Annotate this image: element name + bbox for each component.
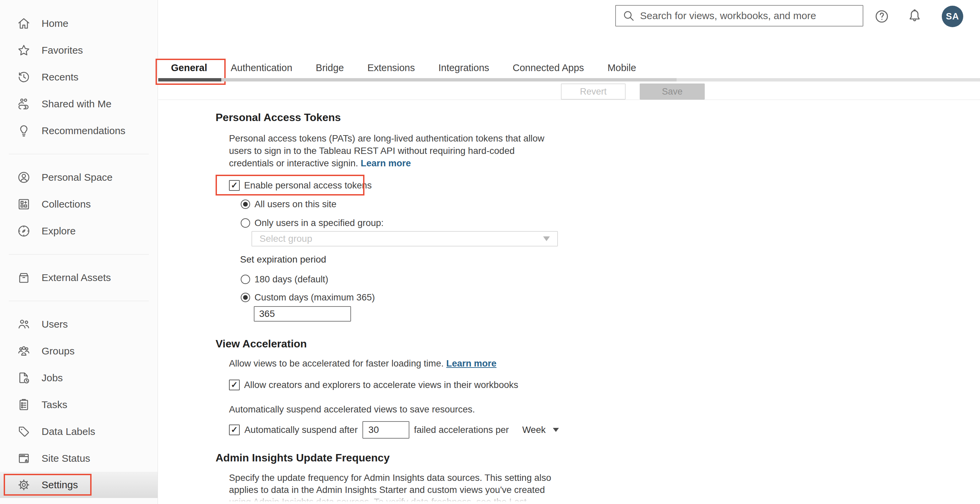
- expiration-period-label: Set expiration period: [240, 254, 752, 265]
- save-button[interactable]: Save: [640, 84, 705, 100]
- sidebar-item-label: Settings: [41, 479, 78, 491]
- active-tab-indicator: [158, 78, 221, 81]
- sidebar-item-explore[interactable]: Explore: [0, 218, 158, 245]
- check-icon: ✓: [231, 381, 238, 389]
- group-select[interactable]: Select group: [251, 231, 558, 246]
- sidebar-item-tasks[interactable]: Tasks: [0, 391, 158, 418]
- enable-pat-checkbox[interactable]: ✓: [229, 180, 240, 191]
- sidebar-item-collections[interactable]: Collections: [0, 191, 158, 218]
- help-button[interactable]: [874, 9, 889, 25]
- sidebar: Home Favorites Recents Shared with Me Re…: [0, 0, 158, 504]
- chevron-down-icon: [543, 237, 550, 241]
- specified-group-label: Only users in a specified group:: [255, 218, 383, 228]
- sidebar-item-personal-space[interactable]: Personal Space: [0, 164, 158, 191]
- gear-icon: [17, 478, 31, 492]
- compass-icon: [17, 224, 31, 238]
- clipboard-icon: [17, 398, 31, 412]
- custom-days-label: Custom days (maximum 365): [255, 292, 375, 303]
- sidebar-item-external-assets[interactable]: External Assets: [0, 264, 158, 291]
- tableau-settings-page: Home Favorites Recents Shared with Me Re…: [0, 0, 980, 504]
- suspend-note: Automatically suspend accelerated views …: [229, 403, 752, 415]
- failed-accelerations-input[interactable]: [363, 421, 409, 439]
- search-icon: [622, 9, 635, 22]
- sidebar-item-label: Tasks: [41, 399, 67, 410]
- lightbulb-icon: [17, 124, 31, 138]
- sidebar-item-label: External Assets: [41, 272, 111, 283]
- view-acceleration-description: Allow views to be accelerated for faster…: [229, 357, 631, 369]
- sidebar-divider: [9, 154, 149, 154]
- sidebar-item-jobs[interactable]: Jobs: [0, 364, 158, 391]
- tab-bridge[interactable]: Bridge: [316, 62, 344, 74]
- auto-suspend-label-before: Automatically suspend after: [244, 425, 358, 435]
- sidebar-item-site-status[interactable]: Site Status: [0, 445, 158, 472]
- period-value: Week: [522, 425, 546, 435]
- search-input[interactable]: [640, 10, 857, 21]
- sidebar-item-shared-with-me[interactable]: Shared with Me: [0, 91, 158, 118]
- expiration-180-row: 180 days (default): [241, 273, 752, 285]
- tab-connected-apps[interactable]: Connected Apps: [512, 62, 584, 74]
- allow-acceleration-row: ✓ Allow creators and explorers to accele…: [229, 378, 752, 392]
- tag-icon: [17, 425, 31, 439]
- revert-button[interactable]: Revert: [561, 84, 625, 100]
- sidebar-item-label: Collections: [41, 199, 91, 210]
- check-icon: ✓: [231, 426, 238, 434]
- custom-days-radio[interactable]: [241, 293, 250, 302]
- help-icon: [874, 9, 889, 24]
- chevron-down-icon: [553, 428, 559, 432]
- specified-group-radio[interactable]: [241, 218, 250, 228]
- sidebar-item-recents[interactable]: Recents: [0, 64, 158, 91]
- enable-pat-label: Enable personal access tokens: [244, 180, 372, 191]
- sidebar-item-recommendations[interactable]: Recommendations: [0, 118, 158, 144]
- sidebar-divider: [9, 254, 149, 254]
- expiration-custom-row: Custom days (maximum 365): [241, 291, 752, 304]
- sidebar-item-label: Jobs: [41, 372, 63, 384]
- auto-suspend-label-after: failed accelerations per: [414, 425, 509, 435]
- days-180-radio[interactable]: [241, 275, 250, 284]
- auto-suspend-checkbox[interactable]: ✓: [229, 425, 240, 435]
- sidebar-item-label: Groups: [41, 345, 75, 357]
- settings-tab-bar: General Authentication Bridge Extensions…: [171, 62, 636, 74]
- tab-extensions[interactable]: Extensions: [368, 62, 415, 74]
- sidebar-item-settings[interactable]: Settings: [0, 472, 158, 498]
- history-icon: [17, 70, 31, 84]
- drawer-icon: [17, 270, 31, 285]
- settings-content: Personal Access Tokens Personal access t…: [216, 111, 752, 504]
- all-users-label: All users on this site: [255, 199, 337, 210]
- shared-icon: [17, 97, 31, 111]
- va-learn-more-link[interactable]: Learn more: [446, 358, 496, 369]
- avatar[interactable]: SA: [942, 6, 963, 27]
- sidebar-item-label: Recents: [41, 72, 78, 83]
- groups-icon: [17, 344, 31, 358]
- all-users-radio[interactable]: [241, 200, 250, 209]
- search-box: [615, 5, 863, 27]
- period-select[interactable]: Week: [522, 425, 559, 435]
- sidebar-item-users[interactable]: Users: [0, 311, 158, 338]
- users-icon: [17, 317, 31, 331]
- home-icon: [17, 16, 31, 30]
- header-divider: [158, 100, 980, 100]
- view-acceleration-title: View Acceleration: [216, 337, 752, 350]
- tab-general[interactable]: General: [171, 62, 207, 74]
- custom-days-input[interactable]: [254, 306, 351, 321]
- document-clock-icon: [17, 371, 31, 385]
- enable-pat-row: ✓ Enable personal access tokens: [229, 179, 752, 192]
- pat-learn-more-link[interactable]: Learn more: [361, 158, 411, 169]
- collections-icon: [17, 197, 31, 211]
- tab-authentication[interactable]: Authentication: [231, 62, 292, 74]
- sidebar-item-label: Users: [41, 318, 68, 330]
- sidebar-item-label: Personal Space: [41, 172, 113, 183]
- allow-acceleration-checkbox[interactable]: ✓: [229, 380, 240, 390]
- star-icon: [17, 43, 31, 57]
- admin-insights-title: Admin Insights Update Frequency: [216, 451, 752, 464]
- tab-mobile[interactable]: Mobile: [608, 62, 636, 74]
- notifications-button[interactable]: [907, 8, 922, 25]
- sidebar-item-home[interactable]: Home: [0, 10, 158, 37]
- sidebar-item-groups[interactable]: Groups: [0, 338, 158, 364]
- group-select-placeholder: Select group: [259, 234, 312, 244]
- pat-scope-all-users-row: All users on this site: [241, 198, 752, 210]
- sidebar-item-label: Site Status: [41, 453, 90, 464]
- tab-integrations[interactable]: Integrations: [439, 62, 490, 74]
- admin-insights-description: Specify the update frequency for Admin I…: [229, 472, 563, 504]
- sidebar-item-data-labels[interactable]: Data Labels: [0, 418, 158, 445]
- sidebar-item-favorites[interactable]: Favorites: [0, 37, 158, 64]
